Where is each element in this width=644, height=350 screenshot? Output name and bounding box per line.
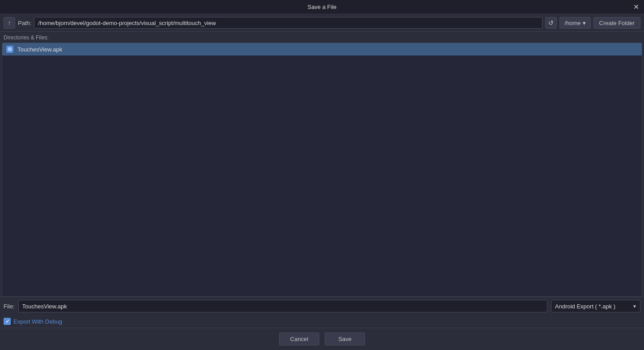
refresh-button[interactable]: ↺ [545,17,557,29]
save-file-dialog: Save a File ✕ ↑ Path: ↺ /home ▾ Create F… [0,0,644,350]
refresh-icon: ↺ [548,19,554,26]
path-bar: ↑ Path: ↺ /home ▾ Create Folder [0,14,644,32]
close-button[interactable]: ✕ [631,3,640,12]
export-debug-row: ✓ Export With Debug [0,315,644,328]
home-label: /home [564,20,580,26]
file-browser[interactable]: TouchesView.apk [2,43,642,297]
file-label: File: [4,303,15,310]
up-icon: ↑ [8,19,11,26]
save-button[interactable]: Save [325,333,365,346]
checkmark-icon: ✓ [5,319,9,324]
file-bottom-bar: File: Android Export ( *.apk ) [0,297,644,315]
chevron-down-icon: ▾ [583,20,586,26]
navigate-up-button[interactable]: ↑ [4,17,15,29]
apk-icon [6,46,13,53]
path-label: Path: [18,20,31,26]
home-dropdown-button[interactable]: /home ▾ [559,17,590,29]
file-name: TouchesView.apk [17,46,62,53]
filter-select[interactable]: Android Export ( *.apk ) [551,300,640,312]
export-debug-label: Export With Debug [13,318,62,325]
directories-label: Directories & Files: [0,32,644,43]
path-input[interactable] [34,17,542,29]
export-debug-checkbox-wrapper[interactable]: ✓ Export With Debug [4,318,62,325]
file-icon [6,45,14,53]
file-input[interactable] [18,300,547,312]
apk-icon-inner [8,47,12,51]
title-bar: Save a File ✕ [0,0,644,14]
file-item[interactable]: TouchesView.apk [2,43,642,55]
export-debug-checkbox[interactable]: ✓ [4,318,11,325]
filter-select-wrapper: Android Export ( *.apk ) [551,300,640,312]
dialog-title: Save a File [307,4,336,10]
create-folder-button[interactable]: Create Folder [593,17,640,29]
cancel-button[interactable]: Cancel [279,333,319,346]
action-buttons-row: Cancel Save [0,328,644,350]
